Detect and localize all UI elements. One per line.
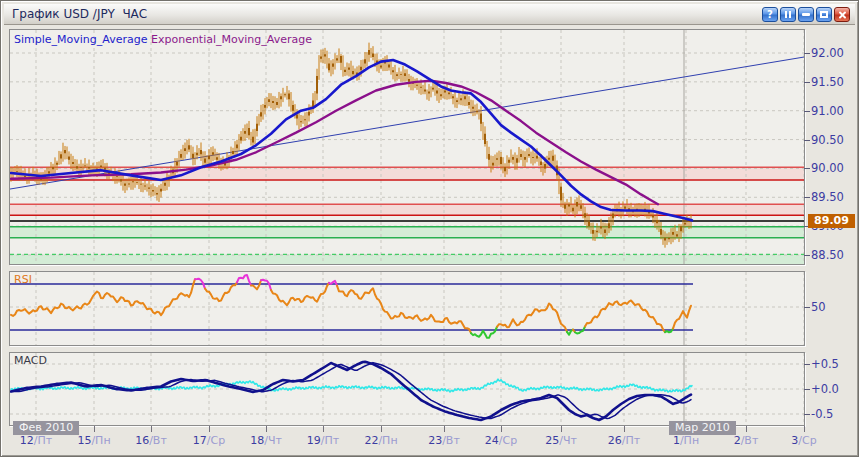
date-axis-label: 17/Ср bbox=[193, 434, 225, 447]
pause-button[interactable] bbox=[780, 7, 796, 22]
date-axis-label: 15/Пн bbox=[77, 434, 110, 447]
close-button[interactable] bbox=[834, 7, 850, 22]
price-axis-label-tick bbox=[804, 140, 810, 141]
help-button[interactable]: ? bbox=[762, 7, 778, 22]
macd-axis-label: -0.5 bbox=[811, 407, 859, 421]
macd-label: MACD bbox=[14, 354, 47, 367]
price-axis-label-tick bbox=[804, 197, 810, 198]
date-tick bbox=[323, 426, 324, 432]
price-axis-label-tick bbox=[804, 255, 810, 256]
macd-axis-label-tick bbox=[804, 364, 810, 365]
price-axis-label: 91.00 bbox=[811, 104, 859, 118]
month-badge: Мар 2010 bbox=[669, 421, 736, 435]
date-axis-label: 23/Вт bbox=[428, 434, 460, 447]
maximize-button[interactable] bbox=[816, 7, 832, 22]
chart-window: График USD /JPY ЧАС ? Simple_Moving_Aver… bbox=[0, 0, 859, 457]
date-tick bbox=[501, 426, 502, 432]
date-axis-label: 16/Вт bbox=[135, 434, 167, 447]
month-badge: Фев 2010 bbox=[13, 421, 79, 435]
date-tick bbox=[746, 426, 747, 432]
rsi-axis-label: 50 bbox=[811, 300, 859, 314]
price-axis-label: 91.50 bbox=[811, 75, 859, 89]
price-chart-panel[interactable] bbox=[9, 29, 805, 265]
date-tick bbox=[561, 426, 562, 432]
date-axis-label: 12/Пт bbox=[20, 434, 52, 447]
window-buttons: ? bbox=[762, 7, 850, 22]
date-axis-label: 26/Пт bbox=[608, 434, 640, 447]
price-axis-label: 88.50 bbox=[811, 248, 859, 262]
macd-axis-label-tick bbox=[804, 389, 810, 390]
price-axis-label-tick bbox=[804, 111, 810, 112]
window-title: График USD /JPY ЧАС bbox=[4, 7, 147, 21]
date-tick bbox=[151, 426, 152, 432]
date-axis-label: 25/Чт bbox=[545, 434, 577, 447]
date-axis-label: 18/Чт bbox=[250, 434, 282, 447]
price-chart-canvas[interactable] bbox=[10, 30, 804, 264]
sma-legend-label: Simple_Moving_Average bbox=[14, 33, 147, 46]
price-axis-label: 90.50 bbox=[811, 133, 859, 147]
minimize-button[interactable] bbox=[798, 7, 814, 22]
date-tick bbox=[266, 426, 267, 432]
date-axis-label: 24/Ср bbox=[485, 434, 517, 447]
price-axis-label: 92.00 bbox=[811, 46, 859, 60]
date-tick bbox=[444, 426, 445, 432]
macd-axis-label: +0.5 bbox=[811, 357, 859, 371]
date-tick bbox=[624, 426, 625, 432]
date-axis-label: 22/Пн bbox=[364, 434, 397, 447]
date-tick bbox=[94, 426, 95, 432]
rsi-axis-label-tick bbox=[804, 307, 810, 308]
indicator-legend: Simple_Moving_Average Exponential_Moving… bbox=[14, 33, 312, 46]
price-axis-label-tick bbox=[804, 168, 810, 169]
macd-axis-label: +0.0 bbox=[811, 382, 859, 396]
titlebar[interactable]: График USD /JPY ЧАС ? bbox=[4, 4, 855, 25]
price-axis-label: 90.00 bbox=[811, 161, 859, 175]
date-tick bbox=[804, 426, 805, 432]
current-price-badge: 89.09 bbox=[808, 214, 855, 228]
date-axis-label: 1/Пн bbox=[673, 434, 699, 447]
price-axis-label: 89.50 bbox=[811, 190, 859, 204]
date-axis-label: 3/Ср bbox=[791, 434, 816, 447]
price-axis-label-tick bbox=[804, 82, 810, 83]
price-axis-label-tick bbox=[804, 53, 810, 54]
ema-legend-label: Exponential_Moving_Average bbox=[151, 33, 312, 46]
rsi-chart-canvas[interactable] bbox=[10, 272, 804, 345]
date-tick bbox=[381, 426, 382, 432]
macd-chart-canvas[interactable] bbox=[10, 353, 804, 425]
date-axis-label: 19/Пт bbox=[307, 434, 339, 447]
rsi-panel[interactable] bbox=[9, 271, 805, 346]
date-axis-label: 2/Вт bbox=[734, 434, 759, 447]
macd-panel[interactable] bbox=[9, 352, 805, 426]
rsi-label: RSI bbox=[14, 273, 32, 286]
macd-axis-label-tick bbox=[804, 414, 810, 415]
date-tick bbox=[209, 426, 210, 432]
